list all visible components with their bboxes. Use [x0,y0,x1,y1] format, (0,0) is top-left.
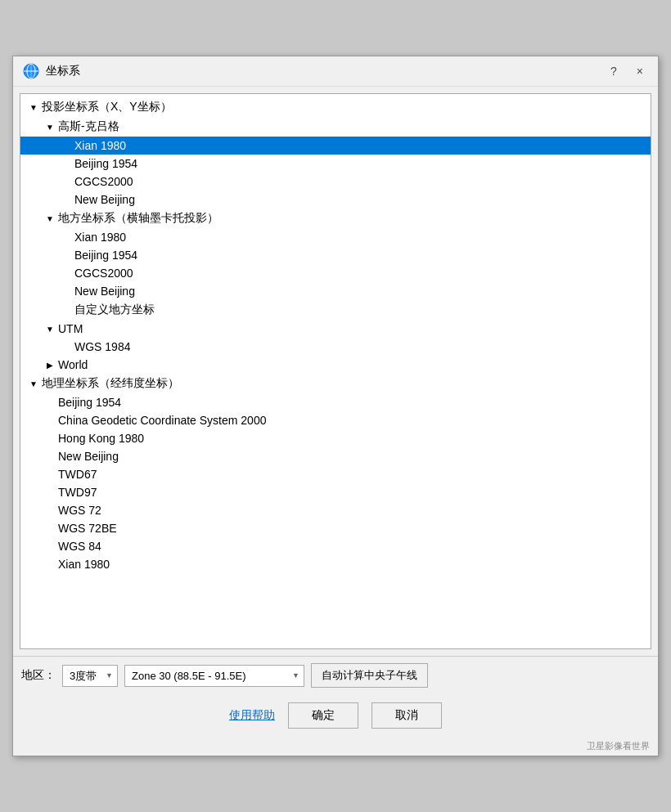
tree-item-geo-twd97[interactable]: TWD97 [20,483,651,501]
tree-item-label: 高斯-克吕格 [58,119,119,134]
tree-item-label: Xian 1980 [58,558,110,571]
tree-item-geo-xian[interactable]: Xian 1980 [20,555,651,573]
title-bar-left: 坐标系 [23,63,80,79]
tree-item-geo[interactable]: 地理坐标系（经纬度坐标） [20,374,651,393]
region-select-wrapper: 3度带 6度带 [62,665,118,687]
tree-item-label: New Beijing [74,193,135,206]
tree-item-label: WGS 72BE [58,522,117,535]
arrow-down-icon [27,103,40,112]
tree-item-geo-wgs72be[interactable]: WGS 72BE [20,519,651,537]
tree-item-label: Xian 1980 [74,139,126,152]
tree-item-geo-wgs72[interactable]: WGS 72 [20,501,651,519]
tree-item-label: TWD67 [58,468,97,481]
action-bar: 使用帮助 确定 取消 [13,694,658,740]
tree-item-label: Beijing 1954 [58,396,121,409]
auto-meridian-button[interactable]: 自动计算中央子午线 [311,663,428,688]
tree-item-label: New Beijing [58,450,119,463]
tree-item-label: 自定义地方坐标 [74,303,155,317]
tree-item-local-newbeijing[interactable]: New Beijing [20,282,651,300]
tree-item-geo-hongkong[interactable]: Hong Kong 1980 [20,429,651,447]
close-button[interactable]: × [632,64,648,79]
help-button[interactable]: ? [606,64,622,79]
zone-select[interactable]: Zone 30 (88.5E - 91.5E) Zone 31 (91.5E -… [124,665,304,687]
tree-item-label: WGS 84 [58,540,101,553]
tree-item-local-cgcs[interactable]: CGCS2000 [20,264,651,282]
tree-item-local-beijing[interactable]: Beijing 1954 [20,246,651,264]
tree-item-geo-beijing[interactable]: Beijing 1954 [20,393,651,411]
arrow-down-icon [43,214,56,223]
zone-select-wrapper: Zone 30 (88.5E - 91.5E) Zone 31 (91.5E -… [124,665,304,687]
tree-item-local-xian[interactable]: Xian 1980 [20,228,651,246]
arrow-down-icon [43,123,56,132]
tree-item-gauss[interactable]: 高斯-克吕格 [20,117,651,137]
tree-item-newbeijing[interactable]: New Beijing [20,191,651,209]
tree-item-beijing1954[interactable]: Beijing 1954 [20,155,651,173]
tree-item-geo-china[interactable]: China Geodetic Coordinate System 2000 [20,411,651,429]
tree-item-label: Beijing 1954 [74,157,137,170]
coordinate-tree-container[interactable]: 投影坐标系（X、Y坐标）高斯-克吕格Xian 1980Beijing 1954C… [20,93,651,649]
tree-item-xian1980[interactable]: Xian 1980 [20,137,651,155]
arrow-down-icon [27,379,40,388]
tree-item-label: Beijing 1954 [74,249,137,262]
tree-item-label: TWD97 [58,486,97,499]
tree-item-label: CGCS2000 [74,175,133,188]
tree-item-label: Xian 1980 [74,231,126,244]
watermark: 卫星影像看世界 [13,740,658,756]
arrow-right-icon [43,361,56,370]
tree-item-cgcs2000[interactable]: CGCS2000 [20,173,651,191]
tree-item-label: 投影坐标系（X、Y坐标） [42,100,172,114]
ok-button[interactable]: 确定 [288,702,358,729]
tree-item-label: WGS 1984 [74,340,130,353]
tree-item-label: Hong Kong 1980 [58,432,144,445]
tree-item-utm[interactable]: UTM [20,320,651,338]
coordinate-system-dialog: 坐标系 ? × 投影坐标系（X、Y坐标）高斯-克吕格Xian 1980Beiji… [12,56,659,756]
tree-item-geo-wgs84[interactable]: WGS 84 [20,537,651,555]
tree-item-label: New Beijing [74,285,135,298]
tree-item-label: UTM [58,322,83,335]
tree-item-label: China Geodetic Coordinate System 2000 [58,414,266,427]
region-select[interactable]: 3度带 6度带 [62,665,118,687]
tree-item-geo-twd67[interactable]: TWD67 [20,465,651,483]
window-title: 坐标系 [46,64,80,79]
globe-icon [23,63,39,79]
tree-item-label: CGCS2000 [74,267,133,280]
tree-item-label: WGS 72 [58,504,101,517]
bottom-bar: 地区： 3度带 6度带 Zone 30 (88.5E - 91.5E) Zone… [13,656,658,694]
tree-item-label: 地理坐标系（经纬度坐标） [42,376,179,391]
tree-item-local-custom[interactable]: 自定义地方坐标 [20,300,651,320]
title-bar-right: ? × [606,64,648,79]
tree-item-label: World [58,358,88,371]
tree-item-proj[interactable]: 投影坐标系（X、Y坐标） [20,97,651,117]
region-label: 地区： [21,668,56,683]
tree-item-local[interactable]: 地方坐标系（横轴墨卡托投影） [20,209,651,228]
tree-item-geo-newbeijing[interactable]: New Beijing [20,447,651,465]
arrow-down-icon [43,325,56,334]
tree-item-world[interactable]: World [20,356,651,374]
coordinate-tree: 投影坐标系（X、Y坐标）高斯-克吕格Xian 1980Beijing 1954C… [20,94,651,576]
help-link[interactable]: 使用帮助 [229,708,275,723]
tree-item-label: 地方坐标系（横轴墨卡托投影） [58,211,218,226]
tree-item-wgs1984[interactable]: WGS 1984 [20,338,651,356]
cancel-button[interactable]: 取消 [372,702,442,729]
title-bar: 坐标系 ? × [13,56,658,87]
